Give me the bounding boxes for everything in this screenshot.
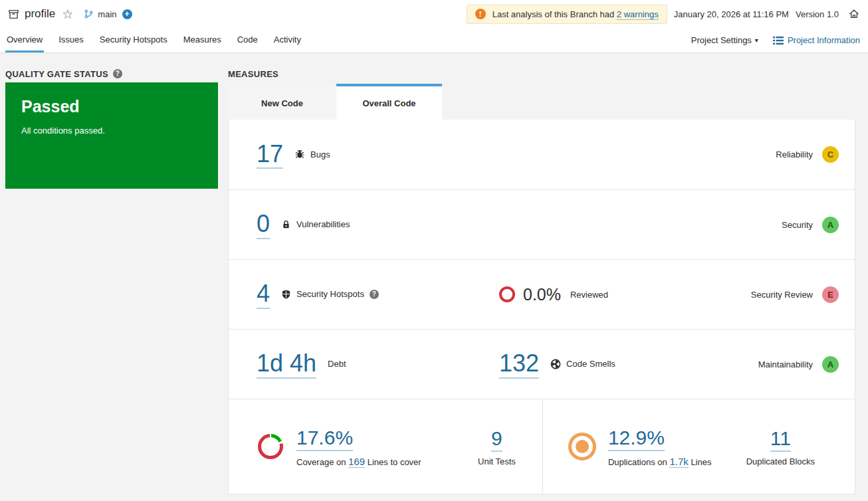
hotspots-count-link[interactable]: 4 — [257, 280, 270, 308]
security-rating-badge[interactable]: A — [822, 217, 839, 233]
bugs-label: Bugs — [310, 150, 330, 159]
security-label: Security — [782, 220, 813, 230]
warning-icon: ! — [475, 9, 486, 19]
security-review-label: Security Review — [751, 290, 813, 300]
project-icon — [8, 9, 19, 20]
vulnerabilities-label: Vulnerabilities — [296, 219, 350, 229]
code-smells-icon — [550, 359, 561, 369]
project-settings-dropdown[interactable]: Project Settings ▾ — [691, 35, 758, 45]
nav-tab-overview[interactable]: Overview — [5, 28, 44, 52]
analysis-warning-banner: ! Last analysis of this Branch had 2 war… — [467, 5, 667, 24]
quality-gate-title: QUALITY GATE STATUS ? — [5, 65, 218, 82]
duplications-description: Duplications on 1.7k Lines — [608, 456, 712, 467]
measures-title: MEASURES — [228, 65, 855, 82]
reviewed-ring-icon — [499, 286, 515, 302]
reviewed-percent: 0.0% — [523, 285, 561, 304]
duplicated-blocks-label: Duplicated Blocks — [746, 456, 815, 466]
help-icon[interactable]: ? — [370, 290, 379, 299]
maintainability-row: 1d 4h Debt 132 Code Smells Maintain — [229, 329, 855, 399]
project-information-button[interactable]: Project Information — [773, 35, 860, 45]
duplications-donut-icon — [568, 433, 596, 460]
help-icon[interactable]: ? — [113, 69, 122, 78]
lines-to-cover-link[interactable]: 169 — [348, 456, 365, 468]
quality-gate-description: All conditions passed. — [21, 126, 202, 136]
warnings-link[interactable]: 2 warnings — [617, 9, 659, 20]
maintainability-label: Maintainability — [758, 359, 813, 369]
bug-icon — [294, 149, 305, 159]
measures-card: 17 Bugs Reliability C 0 — [228, 120, 855, 494]
debt-label: Debt — [328, 359, 346, 369]
branch-name[interactable]: main — [98, 9, 116, 19]
security-review-rating-badge[interactable]: E — [822, 286, 839, 303]
duplicated-lines-link[interactable]: 1.7k — [669, 456, 688, 468]
list-icon — [773, 36, 784, 45]
coverage-description: Coverage on 169 Lines to cover — [296, 456, 421, 467]
tab-overall-code[interactable]: Overall Code — [336, 84, 442, 120]
measures-tabs: New Code Overall Code — [228, 84, 855, 120]
tab-new-code[interactable]: New Code — [228, 86, 336, 120]
warning-text: Last analysis of this Branch had 2 warni… — [492, 9, 659, 19]
add-branch-icon[interactable]: + — [122, 9, 132, 19]
chevron-down-icon: ▾ — [755, 37, 758, 44]
duplications-percent-link[interactable]: 12.9% — [608, 426, 665, 451]
code-smells-count-link[interactable]: 132 — [499, 350, 539, 378]
bugs-count-link[interactable]: 17 — [257, 140, 283, 169]
duplicated-blocks-block: 11 Duplicated Blocks — [746, 427, 815, 466]
security-hotspots-row: 4 Security Hotspots ? 0.0% Reviewed — [229, 259, 855, 329]
project-name: profile — [25, 7, 55, 21]
vulnerabilities-row: 0 Vulnerabilities Security A — [229, 189, 855, 259]
nav-tab-issues[interactable]: Issues — [57, 28, 85, 52]
reliability-rating-badge[interactable]: C — [822, 146, 839, 163]
coverage-panel: 17.6% Coverage on 169 Lines to cover 9 U… — [229, 399, 543, 494]
lock-icon — [281, 219, 291, 230]
unit-tests-label: Unit Tests — [478, 456, 516, 466]
project-nav: Overview Issues Security Hotspots Measur… — [0, 28, 868, 52]
security-hotspots-label: Security Hotspots — [296, 289, 364, 299]
quality-gate-status: Passed — [21, 97, 202, 116]
nav-tab-activity[interactable]: Activity — [272, 28, 302, 52]
branch-icon — [84, 9, 94, 19]
maintainability-rating-badge[interactable]: A — [822, 356, 839, 373]
code-smells-label: Code Smells — [566, 359, 615, 369]
version-label: Version 1.0 — [796, 9, 839, 19]
unit-tests-block: 9 Unit Tests — [478, 427, 516, 466]
coverage-percent-link[interactable]: 17.6% — [296, 426, 353, 451]
reviewed-label: Reviewed — [570, 290, 608, 300]
analysis-date: January 20, 2026 at 11:16 PM — [674, 9, 789, 19]
debt-link[interactable]: 1d 4h — [257, 350, 316, 378]
vulnerabilities-count-link[interactable]: 0 — [257, 210, 270, 239]
duplicated-blocks-count-link[interactable]: 11 — [770, 427, 791, 452]
shield-icon — [281, 289, 291, 300]
nav-tab-measures[interactable]: Measures — [182, 28, 223, 52]
reliability-label: Reliability — [776, 150, 813, 159]
nav-tab-code[interactable]: Code — [236, 28, 259, 52]
duplications-panel: 12.9% Duplications on 1.7k Lines 11 Dupl… — [543, 399, 855, 494]
coverage-duplications-row: 17.6% Coverage on 169 Lines to cover 9 U… — [229, 399, 855, 494]
home-icon[interactable] — [848, 8, 860, 20]
quality-gate-panel: Passed All conditions passed. — [5, 82, 218, 189]
top-header: profile ☆ main + ! Last analysis of this… — [0, 0, 868, 53]
favorite-star-icon[interactable]: ☆ — [62, 8, 73, 21]
unit-tests-count-link[interactable]: 9 — [491, 427, 502, 452]
coverage-donut-icon — [257, 433, 284, 460]
bugs-row: 17 Bugs Reliability C — [229, 120, 855, 189]
nav-tab-security-hotspots[interactable]: Security Hotspots — [98, 28, 169, 52]
